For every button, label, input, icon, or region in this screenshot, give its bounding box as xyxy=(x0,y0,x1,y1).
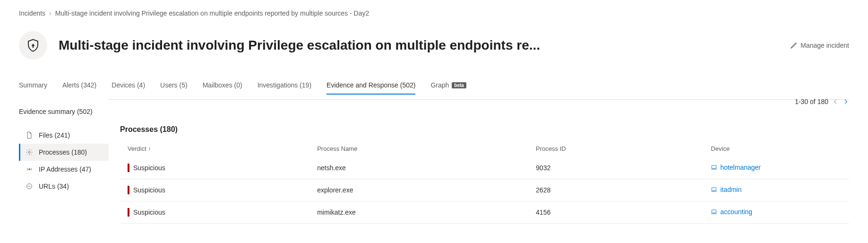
laptop-icon xyxy=(711,208,717,215)
broadcast-icon xyxy=(26,165,33,173)
tab-graph[interactable]: Graph beta xyxy=(430,78,466,95)
tab-summary[interactable]: Summary xyxy=(19,78,47,95)
process-name: explorer.exe xyxy=(309,179,528,201)
verdict-value: Suspicious xyxy=(133,164,165,172)
verdict-value: Suspicious xyxy=(133,186,165,194)
device-name: hotelmanager xyxy=(720,164,761,171)
gear-icon xyxy=(26,148,33,156)
evidence-side-nav: Files (241) Processes (180) IP Addresses… xyxy=(19,127,109,195)
chevron-left-icon xyxy=(832,98,839,105)
col-verdict[interactable]: Verdict ↑ xyxy=(120,140,309,157)
manage-incident-button[interactable]: Manage incident xyxy=(790,42,849,49)
sidebar-item-label: Files (241) xyxy=(39,131,70,139)
process-id: 2628 xyxy=(528,179,703,201)
svg-rect-4 xyxy=(712,188,716,191)
sidebar-item-urls[interactable]: URLs (34) xyxy=(19,178,109,195)
svg-rect-5 xyxy=(712,210,716,213)
table-row[interactable]: Suspicious mimikatz.exe 4156 accounting xyxy=(120,201,849,224)
process-id: 9032 xyxy=(528,157,703,179)
process-id: 4156 xyxy=(528,201,703,224)
col-process-id[interactable]: Process ID xyxy=(528,140,703,157)
beta-badge: beta xyxy=(452,82,466,88)
tab-evidence[interactable]: Evidence and Response (502) xyxy=(327,78,415,95)
sort-asc-icon: ↑ xyxy=(148,146,151,152)
verdict-value: Suspicious xyxy=(133,208,165,216)
device-link[interactable]: itadmin xyxy=(711,186,741,193)
sidebar-item-files[interactable]: Files (241) xyxy=(19,127,109,144)
breadcrumb-root[interactable]: Incidents xyxy=(19,9,45,17)
col-verdict-label: Verdict xyxy=(128,145,146,152)
edit-icon xyxy=(790,42,798,49)
tab-devices[interactable]: Devices (4) xyxy=(112,78,145,95)
process-name: netsh.exe xyxy=(309,157,528,179)
tab-graph-label: Graph xyxy=(430,81,449,89)
sidebar-item-label: IP Addresses (47) xyxy=(39,165,91,173)
link-icon xyxy=(26,182,33,190)
laptop-icon xyxy=(711,164,717,171)
processes-section-title: Processes (180) xyxy=(120,125,849,134)
pager: 1-30 of 180 xyxy=(795,98,849,105)
pager-next-button[interactable] xyxy=(842,98,849,105)
page-title: Multi-stage incident involving Privilege… xyxy=(59,38,540,53)
file-icon xyxy=(26,131,33,139)
evidence-summary-title: Evidence summary (502) xyxy=(19,108,109,115)
chevron-right-icon xyxy=(842,98,849,105)
tab-investigations[interactable]: Investigations (19) xyxy=(258,78,311,95)
shield-icon xyxy=(19,31,47,60)
sidebar-item-processes[interactable]: Processes (180) xyxy=(19,144,109,161)
col-process-name[interactable]: Process Name xyxy=(309,140,528,157)
device-link[interactable]: hotelmanager xyxy=(711,164,761,171)
sidebar-item-ip-addresses[interactable]: IP Addresses (47) xyxy=(19,161,109,178)
svg-point-0 xyxy=(28,151,30,153)
pager-prev-button[interactable] xyxy=(832,98,839,105)
breadcrumb-current: Multi-stage incident involving Privilege… xyxy=(55,9,370,17)
svg-rect-3 xyxy=(712,165,716,168)
sidebar-item-label: URLs (34) xyxy=(39,182,69,190)
device-link[interactable]: accounting xyxy=(711,208,752,216)
tab-alerts[interactable]: Alerts (342) xyxy=(62,78,96,95)
process-name: mimikatz.exe xyxy=(309,201,528,224)
severity-bar-icon xyxy=(128,164,129,172)
chevron-right-icon: › xyxy=(49,9,52,17)
severity-bar-icon xyxy=(128,208,129,217)
table-row[interactable]: Suspicious explorer.exe 2628 itadmin xyxy=(120,179,849,201)
severity-bar-icon xyxy=(128,186,129,194)
breadcrumb: Incidents › Multi-stage incident involvi… xyxy=(19,9,849,17)
tab-mailboxes[interactable]: Mailboxes (0) xyxy=(203,78,242,95)
sidebar-item-label: Processes (180) xyxy=(39,148,87,156)
laptop-icon xyxy=(711,186,717,193)
pager-text: 1-30 of 180 xyxy=(795,98,828,105)
device-name: accounting xyxy=(720,208,752,216)
tab-bar: Summary Alerts (342) Devices (4) Users (… xyxy=(19,78,849,95)
svg-point-1 xyxy=(29,169,30,170)
table-row[interactable]: Suspicious netsh.exe 9032 hotelmanager xyxy=(120,157,849,179)
processes-table: Verdict ↑ Process Name Process ID Device… xyxy=(120,140,849,224)
col-device[interactable]: Device xyxy=(703,140,849,157)
manage-incident-label: Manage incident xyxy=(800,42,849,49)
device-name: itadmin xyxy=(720,186,741,193)
tab-users[interactable]: Users (5) xyxy=(160,78,188,95)
